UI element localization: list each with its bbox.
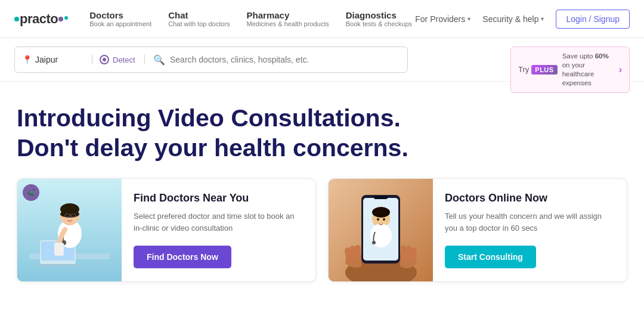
search-icon: 🔍 bbox=[153, 54, 165, 66]
nav-item-chat[interactable]: Chat Chat with top doctors bbox=[168, 10, 230, 27]
search-input-section: 🔍 bbox=[145, 54, 407, 66]
doctors-online-card: Doctors Online Now Tell us your health c… bbox=[328, 178, 627, 282]
find-doctors-card: 📹 bbox=[17, 178, 316, 282]
doctor-right-illustration bbox=[329, 183, 433, 281]
logo[interactable]: practo bbox=[14, 11, 68, 27]
svg-point-25 bbox=[383, 218, 385, 221]
header: practo Doctors Book an appointment Chat … bbox=[0, 0, 644, 38]
nav-item-diagnostics[interactable]: Diagnostics Book tests & checkups bbox=[346, 10, 412, 27]
location-icon: 📍 bbox=[22, 55, 32, 64]
main-nav: Doctors Book an appointment Chat Chat wi… bbox=[89, 10, 412, 27]
nav-pharmacy-title: Pharmacy bbox=[247, 10, 329, 20]
for-providers-chevron: ▾ bbox=[467, 16, 470, 22]
doctors-online-content: Doctors Online Now Tell us your health c… bbox=[433, 179, 627, 281]
search-bar: 📍 Jaipur Detect 🔍 bbox=[14, 46, 408, 73]
doctors-online-desc: Tell us your health concern and we will … bbox=[445, 210, 615, 234]
nav-pharmacy-sub: Medicines & health products bbox=[247, 20, 329, 27]
header-right: For Providers ▾ Security & help ▾ Login … bbox=[415, 10, 630, 29]
logo-dot-teal bbox=[14, 17, 19, 21]
svg-rect-32 bbox=[401, 245, 407, 260]
doctors-online-title: Doctors Online Now bbox=[445, 192, 615, 204]
security-help-link[interactable]: Security & help ▾ bbox=[482, 14, 544, 24]
logo-dot-teal2 bbox=[64, 16, 68, 20]
find-doctors-desc: Select prefered doctor and time slot to … bbox=[134, 210, 304, 234]
find-doctors-image: 📹 bbox=[17, 179, 122, 281]
hero-title: Introducing Video Consultations. Don't d… bbox=[17, 103, 410, 163]
plus-arrow-icon: › bbox=[619, 64, 622, 75]
nav-item-doctors[interactable]: Doctors Book an appointment bbox=[89, 10, 151, 27]
login-signup-button[interactable]: Login / Signup bbox=[556, 10, 630, 29]
search-row: 📍 Jaipur Detect 🔍 Try PLUS Save upto 60%… bbox=[0, 38, 644, 82]
find-doctors-content: Find Doctors Near You Select prefered do… bbox=[122, 179, 315, 281]
plus-desc-highlight: 60% bbox=[595, 52, 609, 60]
svg-point-26 bbox=[372, 241, 376, 244]
doctors-online-image bbox=[329, 179, 433, 281]
nav-chat-sub: Chat with top doctors bbox=[168, 20, 230, 27]
plus-desc-part1: Save upto bbox=[562, 52, 595, 60]
plus-description: Save upto 60% on your healthcare expense… bbox=[562, 52, 614, 88]
video-icon-symbol: 📹 bbox=[27, 188, 36, 197]
plus-banner[interactable]: Try PLUS Save upto 60% on your healthcar… bbox=[510, 46, 630, 93]
svg-rect-29 bbox=[355, 245, 361, 260]
video-call-icon: 📹 bbox=[23, 184, 39, 201]
nav-item-pharmacy[interactable]: Pharmacy Medicines & health products bbox=[247, 10, 329, 27]
nav-diagnostics-title: Diagnostics bbox=[346, 10, 412, 20]
nav-doctors-title: Doctors bbox=[89, 10, 151, 20]
nav-doctors-sub: Book an appointment bbox=[89, 20, 151, 27]
detect-icon-inner bbox=[103, 58, 106, 61]
detect-icon bbox=[100, 55, 109, 64]
svg-point-22 bbox=[372, 207, 390, 218]
hero-section: Introducing Video Consultations. Don't d… bbox=[0, 82, 644, 172]
detect-label: Detect bbox=[113, 55, 135, 64]
nav-chat-title: Chat bbox=[168, 10, 230, 20]
plus-desc-part2: on your healthcare expenses bbox=[562, 61, 595, 86]
for-providers-label: For Providers bbox=[415, 14, 465, 24]
try-label: Try bbox=[518, 65, 529, 74]
logo-text: practo bbox=[20, 11, 58, 27]
svg-rect-20 bbox=[374, 196, 388, 199]
cards-section: 📹 bbox=[0, 172, 644, 299]
location-section: 📍 Jaipur bbox=[15, 55, 92, 64]
try-plus-group: Try PLUS bbox=[518, 65, 558, 75]
svg-point-24 bbox=[377, 218, 379, 221]
security-help-chevron: ▾ bbox=[541, 16, 544, 22]
svg-rect-4 bbox=[36, 264, 79, 266]
hero-line1: Introducing Video Consultations. bbox=[17, 104, 401, 132]
location-value: Jaipur bbox=[35, 55, 58, 64]
detect-button[interactable]: Detect bbox=[92, 55, 145, 64]
hero-line2: Don't delay your health concerns. bbox=[17, 134, 408, 162]
logo-dot-purple bbox=[58, 17, 63, 21]
for-providers-link[interactable]: For Providers ▾ bbox=[415, 14, 470, 24]
security-help-label: Security & help bbox=[482, 14, 538, 24]
plus-badge: PLUS bbox=[531, 65, 557, 75]
search-input[interactable] bbox=[170, 55, 399, 64]
find-doctors-button[interactable]: Find Doctors Now bbox=[134, 246, 231, 268]
start-consulting-button[interactable]: Start Consulting bbox=[445, 246, 536, 268]
svg-rect-15 bbox=[54, 243, 64, 256]
nav-diagnostics-sub: Book tests & checkups bbox=[346, 20, 412, 27]
find-doctors-title: Find Doctors Near You bbox=[134, 192, 304, 204]
